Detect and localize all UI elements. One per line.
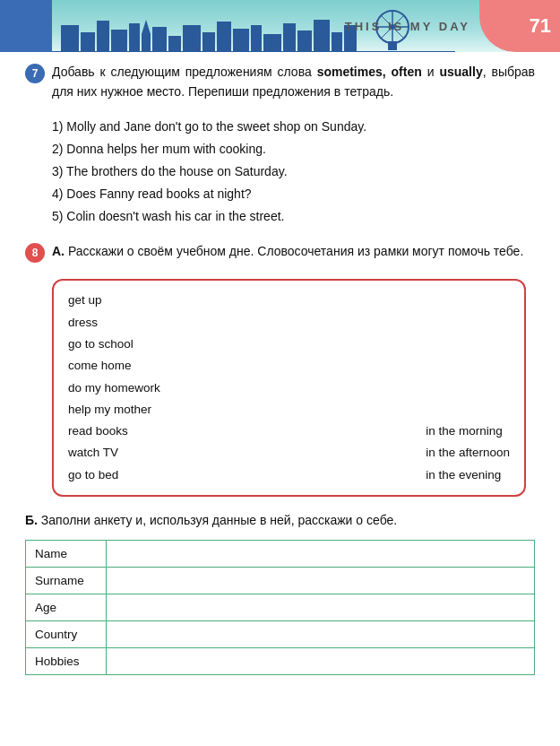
word-item-1: get up bbox=[68, 290, 408, 311]
keyword-sometimes-often: sometimes, often bbox=[317, 65, 422, 79]
svg-rect-23 bbox=[297, 30, 312, 52]
keyword-usually: usually bbox=[439, 65, 482, 79]
exercise-8: 8 А. Расскажи о своём учебном дне. Слово… bbox=[25, 242, 535, 263]
value-country[interactable] bbox=[107, 620, 535, 647]
word-box: get up dress go to school come home do m… bbox=[52, 279, 526, 497]
personal-info-table: Name Surname Age Country Hobbies bbox=[25, 540, 535, 675]
svg-rect-20 bbox=[251, 25, 262, 52]
value-surname[interactable] bbox=[107, 567, 535, 594]
sentence-3: 3) The brothers do the house on Saturday… bbox=[52, 162, 535, 181]
time-phrase-3: in the evening bbox=[426, 464, 510, 486]
svg-rect-27 bbox=[52, 51, 455, 52]
label-hobbies: Hobbies bbox=[26, 647, 107, 674]
sentence-2: 2) Donna helps her mum with cooking. bbox=[52, 140, 535, 159]
label-surname: Surname bbox=[26, 567, 107, 594]
svg-rect-14 bbox=[152, 27, 167, 52]
svg-marker-13 bbox=[142, 20, 151, 34]
exercise-7: 7 Добавь к следующим предложениям слова … bbox=[25, 63, 535, 101]
svg-rect-11 bbox=[129, 23, 140, 52]
table-row-country: Country bbox=[26, 620, 535, 647]
svg-rect-15 bbox=[168, 36, 181, 52]
exercise-7-instruction: Добавь к следующим предложениям слова so… bbox=[52, 63, 535, 101]
page-number: 71 bbox=[530, 14, 551, 38]
value-hobbies[interactable] bbox=[107, 647, 535, 674]
exercise-7-sentences: 1) Molly and Jane don't go to the sweet … bbox=[52, 117, 535, 226]
word-item-2: dress bbox=[68, 312, 408, 334]
time-phrase-1: in the morning bbox=[426, 421, 510, 442]
page-content: 7 Добавь к следующим предложениям слова … bbox=[0, 52, 560, 693]
word-item-3: go to school bbox=[68, 334, 408, 355]
svg-rect-6 bbox=[388, 41, 397, 50]
word-box-left-column: get up dress go to school come home do m… bbox=[68, 290, 408, 486]
time-phrase-2: in the afternoon bbox=[426, 442, 510, 464]
word-item-6: help my mother bbox=[68, 399, 408, 421]
svg-rect-21 bbox=[263, 34, 281, 52]
value-age[interactable] bbox=[107, 594, 535, 620]
sentence-1: 1) Molly and Jane don't go to the sweet … bbox=[52, 117, 535, 136]
part-a-instruction: Расскажи о своём учебном дне. Словосочет… bbox=[68, 244, 523, 258]
table-row-age: Age bbox=[26, 594, 535, 620]
svg-rect-8 bbox=[81, 32, 95, 52]
word-item-8: watch TV bbox=[68, 442, 408, 464]
instruction-text-1: Добавь к следующим предложениям слова bbox=[52, 65, 317, 79]
svg-rect-18 bbox=[217, 22, 231, 52]
svg-rect-19 bbox=[233, 29, 249, 52]
header-left-accent bbox=[0, 0, 52, 52]
table-row-name: Name bbox=[26, 540, 535, 567]
part-a-label: А. bbox=[52, 244, 65, 258]
word-item-9: go to bed bbox=[68, 464, 408, 486]
page-header: THIS IS MY DAY 71 bbox=[0, 0, 560, 52]
word-item-5: do my homework bbox=[68, 377, 408, 399]
value-name[interactable] bbox=[107, 540, 535, 567]
instruction-text-2: и bbox=[422, 65, 440, 79]
svg-rect-24 bbox=[314, 20, 330, 52]
table-row-surname: Surname bbox=[26, 567, 535, 594]
exercise-7-number: 7 bbox=[25, 64, 45, 83]
word-box-right-column: in the morning in the afternoon in the e… bbox=[426, 290, 510, 486]
exercise-8-number: 8 bbox=[25, 243, 45, 263]
sentence-5: 5) Colin doesn't wash his car in the str… bbox=[52, 207, 535, 226]
label-name: Name bbox=[26, 540, 107, 567]
word-item-7: read books bbox=[68, 421, 408, 442]
part-b-label: Б. bbox=[25, 513, 38, 527]
exercise-8-part-b: Б. Заполни анкету и, используя данные в … bbox=[25, 511, 535, 675]
svg-rect-9 bbox=[97, 21, 109, 52]
svg-rect-16 bbox=[183, 25, 201, 52]
svg-rect-17 bbox=[202, 32, 215, 52]
svg-rect-25 bbox=[332, 32, 342, 52]
part-b-text: Заполни анкету и, используя данные в ней… bbox=[41, 513, 397, 527]
word-item-4: come home bbox=[68, 355, 408, 377]
svg-rect-7 bbox=[61, 25, 79, 52]
sentence-4: 4) Does Fanny read books at night? bbox=[52, 185, 535, 204]
part-b-instruction: Б. Заполни анкету и, используя данные в … bbox=[25, 511, 535, 531]
label-country: Country bbox=[26, 620, 107, 647]
table-row-hobbies: Hobbies bbox=[26, 647, 535, 674]
svg-rect-10 bbox=[111, 30, 127, 52]
chapter-title: THIS IS MY DAY bbox=[345, 20, 470, 33]
svg-rect-22 bbox=[283, 23, 296, 52]
label-age: Age bbox=[26, 594, 107, 620]
svg-rect-12 bbox=[142, 34, 151, 52]
exercise-8-part-a-block: А. Расскажи о своём учебном дне. Словосо… bbox=[52, 242, 535, 262]
